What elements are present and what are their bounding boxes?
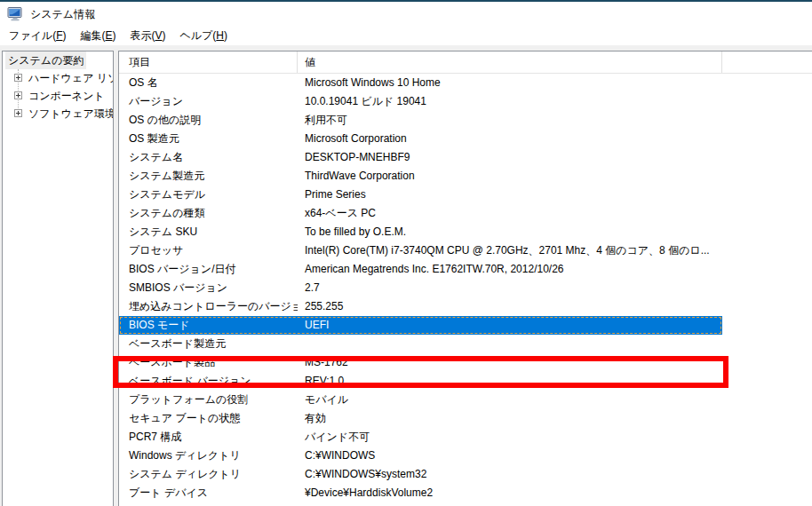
title-bar: システム情報 [0, 2, 812, 27]
value-cell: 利用不可 [298, 111, 722, 130]
item-cell: ベースボード製造元 [119, 335, 298, 353]
list-rows: OS 名Microsoft Windows 10 Homeバージョン10.0.1… [119, 74, 812, 506]
sidebar-item-label: ソフトウェア環境 [26, 105, 114, 123]
value-cell: UEFI [298, 316, 722, 335]
column-header[interactable]: 値 [298, 51, 722, 73]
value-cell: REV:1.0 [298, 372, 722, 391]
item-cell: システムモデル [119, 186, 298, 204]
menu-item-h[interactable]: ヘルプ(H) [173, 27, 235, 45]
sidebar-item-label: ハードウェア リソース [26, 69, 114, 87]
value-cell: Prime Series [298, 186, 722, 204]
value-cell: 2.7 [298, 279, 722, 297]
table-row[interactable]: OS 製造元Microsoft Corporation [119, 130, 812, 148]
value-cell: x64-ベース PC [298, 204, 722, 223]
value-cell: ThirdWave Corporation [298, 167, 722, 186]
table-row[interactable]: OS の他の説明利用不可 [119, 111, 812, 130]
value-cell: To be filled by O.E.M. [298, 223, 722, 241]
value-cell: DESKTOP-MNEHBF9 [298, 148, 722, 167]
sidebar-item[interactable]: コンポーネント [3, 87, 113, 105]
value-cell: モバイル [298, 391, 722, 409]
table-row[interactable]: プラットフォームの役割モバイル [119, 391, 812, 409]
menu-item-v[interactable]: 表示(V) [123, 27, 172, 45]
item-cell: BIOS バージョン/日付 [119, 260, 298, 279]
table-row[interactable]: セキュア ブートの状態有効 [119, 409, 812, 428]
plus-expander-icon[interactable] [14, 91, 22, 99]
system-info-app-icon [7, 7, 23, 22]
item-cell: Windows ディレクトリ [119, 447, 298, 465]
table-row[interactable]: バージョン10.0.19041 ビルド 19041 [119, 92, 812, 111]
value-cell: Microsoft Windows 10 Home [298, 74, 722, 92]
sidebar-item[interactable]: ハードウェア リソース [3, 69, 113, 87]
menu-item-e[interactable]: 編集(E) [73, 27, 123, 45]
item-cell: システム ディレクトリ [119, 465, 298, 484]
content-area: システムの要約ハードウェア リソースコンポーネントソフトウェア環境 項目値 OS… [0, 45, 812, 506]
item-cell: システム SKU [119, 223, 298, 241]
table-row[interactable]: ベースボード製造元 [119, 335, 812, 353]
table-row[interactable]: ベースボード バージョンREV:1.0 [119, 372, 812, 391]
value-cell: 日本 [298, 502, 722, 506]
item-cell: OS 製造元 [119, 130, 298, 148]
menu-item-f[interactable]: ファイル(F) [2, 27, 73, 45]
table-row[interactable]: OS 名Microsoft Windows 10 Home [119, 74, 812, 92]
item-cell: ベースボード製品 [119, 353, 298, 372]
value-cell: Intel(R) Core(TM) i7-3740QM CPU @ 2.70GH… [298, 241, 722, 260]
value-cell: 有効 [298, 409, 722, 428]
item-cell: バージョン [119, 92, 298, 111]
sidebar-item[interactable]: ソフトウェア環境 [3, 105, 113, 123]
value-cell: C:¥WINDOWS¥system32 [298, 465, 722, 484]
detail-list-panel: 項目値 OS 名Microsoft Windows 10 Homeバージョン10… [118, 51, 812, 506]
value-cell: 255.255 [298, 297, 722, 316]
item-cell: プロセッサ [119, 241, 298, 260]
value-cell: バインド不可 [298, 428, 722, 447]
item-cell: システム名 [119, 148, 298, 167]
table-row[interactable]: BIOS モードUEFI [119, 316, 722, 335]
value-cell [298, 335, 722, 353]
window-title: システム情報 [30, 7, 95, 22]
value-cell: C:¥WINDOWS [298, 447, 722, 465]
plus-expander-icon[interactable] [14, 74, 22, 82]
table-row[interactable]: システム SKUTo be filled by O.E.M. [119, 223, 812, 241]
item-cell: SMBIOS バージョン [119, 279, 298, 297]
table-row[interactable]: システム製造元ThirdWave Corporation [119, 167, 812, 186]
column-header[interactable]: 項目 [119, 51, 298, 73]
value-cell: American Megatrends Inc. E1762ITW.70R, 2… [298, 260, 722, 279]
menu-bar: ファイル(F)編集(E)表示(V)ヘルプ(H) [0, 27, 812, 45]
table-row[interactable]: システムモデルPrime Series [119, 186, 812, 204]
table-row[interactable]: システムの種類x64-ベース PC [119, 204, 812, 223]
item-cell: システムの種類 [119, 204, 298, 223]
table-row[interactable]: プロセッサIntel(R) Core(TM) i7-3740QM CPU @ 2… [119, 241, 812, 260]
value-cell: Microsoft Corporation [298, 130, 722, 148]
category-tree-panel: システムの要約ハードウェア リソースコンポーネントソフトウェア環境 [2, 51, 114, 506]
item-cell: OS 名 [119, 74, 298, 92]
sidebar-item-label: システムの要約 [5, 51, 86, 69]
table-row[interactable]: ロケール日本 [119, 502, 812, 506]
list-header: 項目値 [119, 51, 812, 74]
table-row[interactable]: システム名DESKTOP-MNEHBF9 [119, 148, 812, 167]
sidebar-item-label: コンポーネント [26, 87, 107, 105]
table-row[interactable]: PCR7 構成バインド不可 [119, 428, 812, 447]
system-info-window: { "window": { "title": "システム情報" }, "menu… [0, 0, 812, 506]
item-cell: セキュア ブートの状態 [119, 409, 298, 428]
sidebar-item[interactable]: システムの要約 [3, 51, 113, 69]
item-cell: PCR7 構成 [119, 428, 298, 447]
item-cell: 埋め込みコントローラーのバージョン [119, 297, 298, 316]
item-cell: ロケール [119, 502, 298, 506]
item-cell: BIOS モード [119, 316, 298, 335]
item-cell: システム製造元 [119, 167, 298, 186]
item-cell: ブート デバイス [119, 484, 298, 502]
value-cell: MS-1762 [298, 353, 722, 372]
value-cell: 10.0.19041 ビルド 19041 [298, 92, 722, 111]
table-row[interactable]: SMBIOS バージョン2.7 [119, 279, 812, 297]
item-cell: ベースボード バージョン [119, 372, 298, 391]
plus-expander-icon[interactable] [14, 109, 22, 117]
item-cell: OS の他の説明 [119, 111, 298, 130]
table-row[interactable]: システム ディレクトリC:¥WINDOWS¥system32 [119, 465, 812, 484]
table-row[interactable]: ベースボード製品MS-1762 [119, 353, 812, 372]
table-row[interactable]: Windows ディレクトリC:¥WINDOWS [119, 447, 812, 465]
table-row[interactable]: 埋め込みコントローラーのバージョン255.255 [119, 297, 812, 316]
item-cell: プラットフォームの役割 [119, 391, 298, 409]
table-row[interactable]: ブート デバイス¥Device¥HarddiskVolume2 [119, 484, 812, 502]
table-row[interactable]: BIOS バージョン/日付American Megatrends Inc. E1… [119, 260, 812, 279]
value-cell: ¥Device¥HarddiskVolume2 [298, 484, 722, 502]
